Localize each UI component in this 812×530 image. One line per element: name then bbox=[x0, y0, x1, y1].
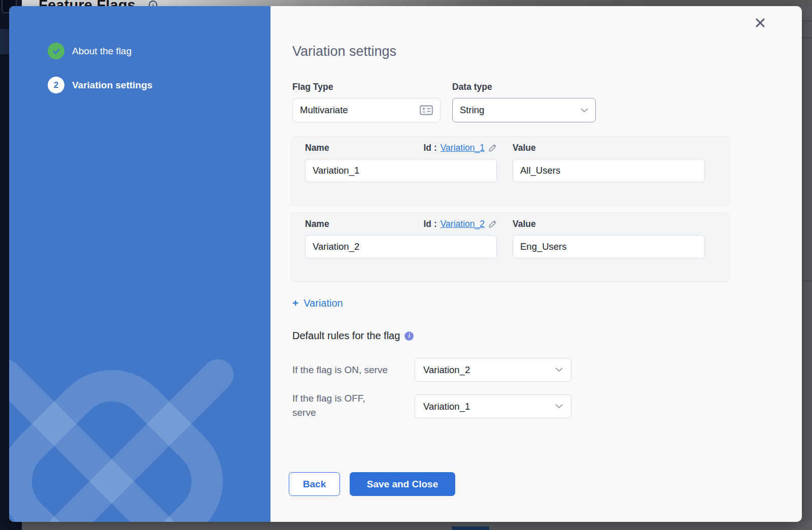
contact-card-icon bbox=[420, 105, 433, 115]
rule-off-label-line2: serve bbox=[292, 407, 316, 418]
check-icon bbox=[52, 47, 61, 56]
rule-on-select[interactable]: Variation_2 bbox=[415, 358, 571, 382]
background-content-line bbox=[802, 37, 812, 39]
background-content-line bbox=[802, 280, 812, 282]
panel-title: Variation settings bbox=[292, 44, 396, 59]
logo-watermark-icon bbox=[9, 314, 263, 522]
variation-value-label: Value bbox=[513, 219, 536, 229]
variation-value-input[interactable] bbox=[513, 235, 705, 258]
chevron-down-icon bbox=[555, 404, 563, 409]
wizard-step-about-the-flag[interactable]: About the flag bbox=[48, 43, 131, 59]
step-complete-badge bbox=[48, 43, 64, 59]
add-variation-label: Variation bbox=[303, 297, 343, 309]
variation-name-label: Name bbox=[305, 143, 329, 153]
step-number-badge: 2 bbox=[48, 77, 64, 93]
background-overlay-bottom bbox=[22, 522, 812, 530]
background-dimmed-button bbox=[452, 526, 489, 530]
variation-card-1: Name Id : Variation_1 Value bbox=[291, 136, 729, 206]
rule-on-value: Variation_2 bbox=[423, 365, 470, 376]
add-variation-button[interactable]: + Variation bbox=[292, 297, 343, 309]
rule-off-value: Variation_1 bbox=[423, 401, 470, 412]
edit-icon[interactable] bbox=[488, 144, 497, 152]
close-icon bbox=[754, 17, 766, 29]
variation-id-prefix: Id : bbox=[424, 219, 437, 229]
background-overlay-right bbox=[802, 6, 812, 522]
default-rules-heading-text: Default rules for the flag bbox=[292, 330, 400, 342]
rule-off-label: If the flag is OFF, serve bbox=[292, 391, 417, 420]
variation-name-input[interactable] bbox=[305, 235, 497, 258]
chevron-down-icon bbox=[555, 368, 563, 372]
data-type-label: Data type bbox=[452, 82, 492, 92]
rule-on-label: If the flag is ON, serve bbox=[292, 363, 417, 377]
wizard-step-variation-settings[interactable]: 2 Variation settings bbox=[48, 77, 152, 93]
variation-card-2: Name Id : Variation_2 Value bbox=[291, 212, 729, 282]
flag-type-field[interactable]: Multivariate bbox=[292, 98, 441, 122]
back-button[interactable]: Back bbox=[289, 472, 340, 496]
close-button[interactable] bbox=[752, 15, 768, 31]
flag-type-label: Flag Type bbox=[292, 82, 333, 92]
plus-icon: + bbox=[292, 297, 298, 309]
variation-id-prefix: Id : bbox=[424, 143, 437, 153]
variation-value-input[interactable] bbox=[513, 159, 705, 182]
variation-value-label: Value bbox=[513, 143, 536, 153]
default-rules-heading: Default rules for the flag i bbox=[292, 330, 414, 342]
variation-name-input[interactable] bbox=[305, 159, 497, 182]
variation-settings-modal: About the flag 2 Variation settings Vari… bbox=[9, 6, 802, 522]
rule-off-label-line1: If the flag is OFF, bbox=[292, 393, 365, 404]
background-content-line bbox=[802, 20, 812, 22]
chevron-down-icon bbox=[581, 108, 588, 113]
step-label: About the flag bbox=[72, 46, 131, 57]
data-type-select[interactable]: String bbox=[452, 98, 596, 122]
data-type-value: String bbox=[460, 105, 484, 116]
save-and-close-button[interactable]: Save and Close bbox=[350, 472, 455, 496]
flag-type-value: Multivariate bbox=[300, 105, 348, 116]
variation-id-link[interactable]: Variation_2 bbox=[441, 219, 485, 229]
wizard-step-sidebar: About the flag 2 Variation settings bbox=[9, 6, 270, 522]
rule-off-select[interactable]: Variation_1 bbox=[415, 394, 571, 418]
edit-icon[interactable] bbox=[488, 220, 497, 228]
variation-name-label: Name bbox=[305, 219, 329, 229]
info-icon[interactable]: i bbox=[404, 332, 414, 341]
variation-id-link[interactable]: Variation_1 bbox=[441, 143, 485, 153]
step-label: Variation settings bbox=[72, 80, 152, 91]
